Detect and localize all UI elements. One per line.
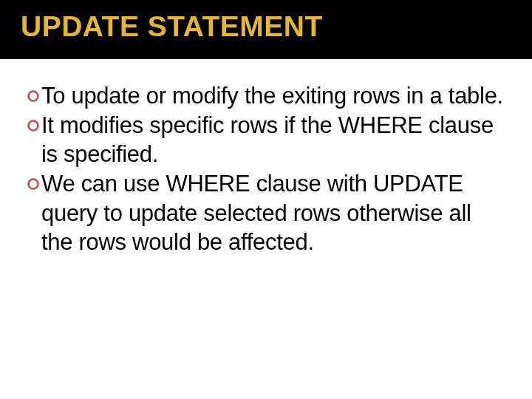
- list-item: We can use WHERE clause with UPDATE quer…: [27, 169, 505, 257]
- svg-point-1: [29, 120, 38, 130]
- bullet-text: To update or modify the exiting rows in …: [41, 81, 503, 111]
- svg-point-0: [29, 92, 38, 101]
- bullet-text: It modifies specific rows if the WHERE c…: [41, 111, 505, 169]
- title-bar: UPDATE STATEMENT: [0, 0, 532, 59]
- bullet-text: We can use WHERE clause with UPDATE quer…: [41, 169, 505, 257]
- slide: UPDATE STATEMENT To update or modify the…: [0, 0, 532, 399]
- circle-bullet-icon: [27, 89, 40, 103]
- list-item: To update or modify the exiting rows in …: [27, 81, 505, 111]
- list-item: It modifies specific rows if the WHERE c…: [27, 111, 505, 169]
- slide-title: UPDATE STATEMENT: [21, 10, 511, 43]
- circle-bullet-icon: [27, 119, 40, 132]
- circle-bullet-icon: [27, 177, 40, 191]
- svg-point-2: [29, 180, 38, 189]
- slide-content: To update or modify the exiting rows in …: [0, 59, 532, 257]
